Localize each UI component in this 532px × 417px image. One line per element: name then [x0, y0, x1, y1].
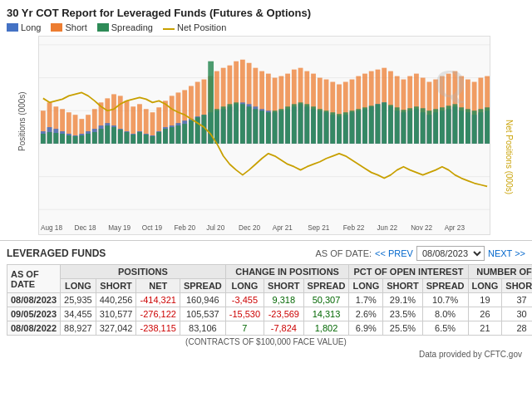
- table-section-title: LEVERAGED FUNDS: [7, 248, 106, 259]
- row-chg-spread: 1,802: [303, 321, 349, 336]
- col-tr-short: SHORT: [502, 279, 532, 293]
- svg-rect-220: [459, 107, 464, 144]
- col-chg-short: SHORT: [264, 279, 304, 293]
- svg-rect-197: [311, 106, 316, 144]
- change-group-header: CHANGE IN POSITIONS: [225, 265, 349, 279]
- row-pct-short: 29.1%: [383, 293, 423, 307]
- row-tr-short: 30: [502, 307, 532, 321]
- svg-rect-223: [478, 109, 483, 144]
- row-net: -238,115: [136, 321, 180, 336]
- col-net: NET: [136, 279, 180, 293]
- row-pct-long: 6.9%: [349, 321, 383, 336]
- svg-rect-217: [440, 107, 445, 144]
- svg-rect-189: [259, 110, 264, 144]
- svg-rect-221: [466, 109, 470, 144]
- svg-text:Jul 20: Jul 20: [206, 223, 224, 232]
- legend-long-box: [7, 23, 18, 32]
- svg-rect-177: [182, 124, 187, 144]
- svg-rect-168: [125, 132, 130, 144]
- svg-rect-185: [234, 102, 239, 144]
- row-chg-long: -3,455: [225, 293, 264, 307]
- svg-text:Dec 18: Dec 18: [75, 223, 96, 232]
- svg-rect-222: [472, 110, 477, 144]
- svg-rect-156: [47, 132, 52, 144]
- svg-rect-211: [401, 110, 406, 144]
- row-short: 310,577: [96, 307, 136, 321]
- row-chg-short: -23,569: [264, 307, 304, 321]
- svg-rect-201: [337, 114, 342, 144]
- row-pct-short: 25.5%: [383, 321, 423, 336]
- legend-long-label: Long: [21, 22, 41, 32]
- svg-rect-157: [53, 133, 58, 144]
- row-tr-short: 37: [502, 293, 532, 307]
- table-row: 09/05/2023 34,455 310,577 -276,122 105,5…: [7, 307, 533, 321]
- svg-rect-187: [247, 106, 252, 144]
- chart-container: 30 Yr COT Report for Leveraged Funds (Fu…: [0, 0, 532, 241]
- as-of-date-header: AS OF DATE: [7, 265, 61, 293]
- col-tr-long: LONG: [468, 279, 502, 293]
- svg-rect-164: [99, 129, 104, 144]
- y-axis-right-label: Net Positions (000s): [505, 120, 514, 153]
- svg-rect-182: [214, 109, 219, 144]
- svg-rect-159: [66, 135, 71, 144]
- svg-rect-195: [298, 102, 303, 144]
- y-axis-left-label: Positions (000s): [17, 121, 27, 151]
- svg-text:Feb 22: Feb 22: [343, 223, 365, 232]
- svg-rect-192: [278, 109, 283, 144]
- svg-rect-205: [362, 107, 367, 144]
- svg-rect-167: [118, 130, 123, 144]
- svg-text:Nov 22: Nov 22: [411, 223, 432, 232]
- svg-rect-206: [369, 105, 374, 144]
- row-chg-spread: 50,307: [303, 293, 349, 307]
- svg-rect-202: [343, 112, 348, 144]
- col-chg-spread: SPREAD: [303, 279, 349, 293]
- svg-text:Feb 20: Feb 20: [175, 223, 196, 232]
- row-pct-long: 1.7%: [349, 293, 383, 307]
- legend-spreading-box: [97, 23, 109, 32]
- row-spread: 83,106: [180, 321, 225, 336]
- chart-legend: Long Short Spreading Net Position: [7, 22, 525, 32]
- svg-rect-216: [433, 109, 438, 144]
- row-date: 08/08/2023: [7, 293, 61, 307]
- svg-rect-214: [421, 108, 426, 144]
- legend-net: Net Position: [163, 22, 226, 32]
- svg-rect-224: [485, 107, 490, 144]
- row-chg-long: -15,530: [225, 307, 264, 321]
- svg-rect-209: [388, 105, 393, 144]
- row-tr-long: 21: [468, 321, 502, 336]
- row-date: 08/08/2022: [7, 321, 61, 336]
- svg-rect-190: [266, 112, 271, 144]
- row-net: -276,122: [136, 307, 180, 321]
- svg-rect-191: [273, 110, 278, 144]
- data-provider: Data provided by CFTC.gov: [7, 348, 525, 361]
- prev-link[interactable]: << PREV: [375, 248, 413, 258]
- row-short: 327,042: [96, 321, 136, 336]
- svg-rect-166: [111, 127, 116, 144]
- row-long: 88,927: [61, 321, 96, 336]
- svg-rect-171: [144, 135, 149, 144]
- svg-rect-186: [240, 104, 245, 144]
- row-chg-short: -7,824: [264, 321, 304, 336]
- svg-rect-198: [318, 109, 323, 144]
- svg-text:Oct 19: Oct 19: [142, 223, 163, 232]
- svg-rect-212: [407, 108, 412, 144]
- svg-rect-196: [304, 104, 309, 144]
- svg-text:Apr 23: Apr 23: [445, 223, 466, 232]
- row-date: 09/05/2023: [7, 307, 61, 321]
- svg-rect-213: [414, 106, 419, 144]
- legend-net-line: [163, 28, 175, 30]
- positions-table: AS OF DATE POSITIONS CHANGE IN POSITIONS…: [7, 264, 532, 336]
- svg-rect-184: [227, 104, 232, 144]
- chart-svg: 600 400 200 0 -100 -200 -300 -400 -500: [38, 36, 490, 235]
- svg-rect-193: [285, 106, 290, 144]
- svg-rect-203: [350, 110, 355, 144]
- svg-rect-163: [92, 132, 97, 144]
- date-select[interactable]: 08/08/2023: [416, 246, 485, 261]
- svg-rect-208: [382, 102, 387, 144]
- legend-net-label: Net Position: [177, 22, 226, 32]
- row-tr-long: 19: [468, 293, 502, 307]
- row-pct-spread: 6.5%: [422, 321, 468, 336]
- row-net: -414,321: [136, 293, 180, 307]
- svg-rect-169: [131, 135, 135, 144]
- next-link[interactable]: NEXT >>: [488, 248, 525, 258]
